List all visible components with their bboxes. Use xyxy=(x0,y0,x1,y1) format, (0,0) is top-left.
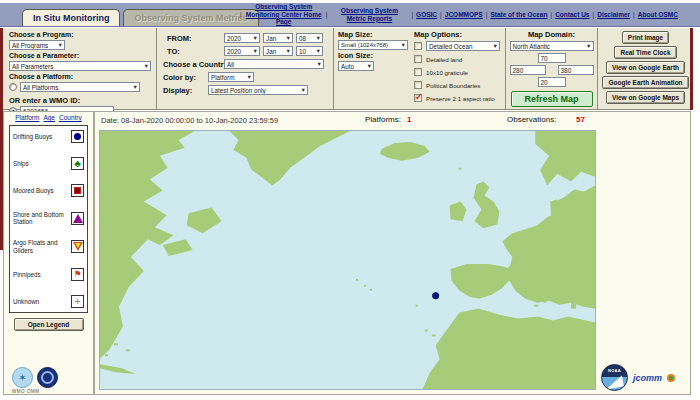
google-earth-animation-button[interactable]: Google Earth Animation xyxy=(602,76,688,89)
parameter-select[interactable]: All Parameters xyxy=(9,61,151,71)
platforms-label: Platforms: xyxy=(365,115,401,124)
north-lat-input[interactable]: 70 xyxy=(538,53,566,63)
link-state-of-the-ocean[interactable]: State of the Ocean xyxy=(490,11,547,18)
status-line: Date: 08-Jan-2020 00:00:00 to 10-Jan-202… xyxy=(95,115,690,127)
chevron-down-icon xyxy=(58,42,63,48)
print-image-button[interactable]: Print Image xyxy=(622,31,669,44)
to-year-select[interactable]: 2020 xyxy=(224,46,260,56)
icon-size-label: Icon Size: xyxy=(338,51,410,60)
link-separator xyxy=(240,11,242,18)
link-separator xyxy=(592,11,594,18)
sardinia xyxy=(571,301,576,309)
colorby-label: Color by: xyxy=(163,73,205,82)
program-select[interactable]: All Programs xyxy=(9,40,65,50)
link-separator xyxy=(326,11,328,18)
platform-radio[interactable] xyxy=(9,83,17,91)
jcomm-logo xyxy=(37,367,58,388)
map-canvas[interactable] xyxy=(99,130,596,390)
legend-link-platform[interactable]: Platform xyxy=(15,114,39,121)
aspect-ratio-label: Preserve 2:1 aspect ratio xyxy=(426,95,495,102)
east-lon-input[interactable]: 380 xyxy=(558,65,594,75)
top-links: Observing System Monitoring Center Home … xyxy=(240,3,696,26)
to-month-select[interactable]: Jan xyxy=(263,46,293,56)
map-domain-label: Map Domain: xyxy=(528,30,575,39)
observations-label: Observations: xyxy=(507,115,556,124)
detailed-ocean-select[interactable]: Detailed Ocean xyxy=(426,41,500,51)
azores xyxy=(370,289,372,291)
shore-station-triangle-up-icon xyxy=(71,212,84,225)
detailed-ocean-checkbox[interactable] xyxy=(414,42,422,50)
balearic-islands xyxy=(534,305,538,307)
corsica xyxy=(572,293,576,299)
platform-select[interactable]: All Platforms xyxy=(20,82,140,92)
link-disclaimer[interactable]: Disclaimer xyxy=(597,11,630,18)
to-day-select[interactable]: 10 xyxy=(296,46,323,56)
drifting-buoys-circle-icon xyxy=(71,130,84,143)
wmo-jcomm-logos xyxy=(12,367,58,388)
map-domain-section: Map Domain: North Atlantic 70 280 380 20… xyxy=(507,28,596,109)
graticule-checkbox[interactable] xyxy=(414,68,422,76)
platform-marker[interactable] xyxy=(432,293,438,299)
chevron-down-icon xyxy=(253,35,258,41)
section-divider xyxy=(156,28,157,109)
wmo-logo xyxy=(12,367,33,388)
wmo-id-label: OR enter a WMO ID: xyxy=(9,96,154,105)
chevron-down-icon xyxy=(133,84,138,90)
chevron-down-icon xyxy=(286,48,291,54)
real-time-clock-button[interactable]: Real Time Clock xyxy=(614,46,676,59)
moored-buoys-square-icon xyxy=(71,184,84,197)
jcomm-wordmark: jcomm xyxy=(633,373,662,383)
link-osmc-home[interactable]: Observing System Monitoring Center Home … xyxy=(245,3,323,25)
to-label: TO: xyxy=(163,47,221,56)
country-label: Choose a Country: xyxy=(163,60,221,69)
tab-strip: In Situ Monitoring Observing System Metr… xyxy=(22,9,259,26)
detailed-land-checkbox[interactable] xyxy=(414,55,422,63)
legend-sidebar: Platform Age Country Drifting Buoys Ship… xyxy=(3,111,94,395)
unknown-cross-icon xyxy=(71,295,84,308)
display-select[interactable]: Latest Position only xyxy=(208,85,308,95)
chevron-down-icon xyxy=(144,63,149,69)
link-contact-us[interactable]: Contact Us xyxy=(555,11,589,18)
south-lat-input[interactable]: 20 xyxy=(538,77,566,87)
legend-link-age[interactable]: Age xyxy=(43,114,55,121)
legend-item: Unknown xyxy=(13,295,84,308)
link-jcommops[interactable]: JCOMMOPS xyxy=(445,11,483,18)
wmo-caption: WMO·OMM xyxy=(12,389,40,394)
link-separator xyxy=(633,11,635,18)
link-separator xyxy=(411,11,413,18)
west-lon-input[interactable]: 280 xyxy=(510,65,546,75)
country-select[interactable]: All xyxy=(224,59,324,69)
icon-size-select[interactable]: Auto xyxy=(338,61,374,71)
link-about-osmc[interactable]: About OSMC xyxy=(638,11,678,18)
refresh-map-button[interactable]: Refresh Map xyxy=(511,91,593,107)
view-google-maps-button[interactable]: View on Google Maps xyxy=(606,91,685,104)
link-separator xyxy=(440,11,442,18)
link-gosic[interactable]: GOSIC xyxy=(416,11,437,18)
platforms-count: 1 xyxy=(407,115,411,124)
map-domain-select[interactable]: North Atlantic xyxy=(510,41,594,51)
chevron-down-icon xyxy=(247,74,252,80)
legend-link-country[interactable]: Country xyxy=(59,114,82,121)
view-google-earth-button[interactable]: View on Google Earth xyxy=(606,61,685,74)
chevron-down-icon xyxy=(286,35,291,41)
madeira xyxy=(416,305,418,307)
aspect-ratio-checkbox[interactable] xyxy=(414,94,422,102)
from-day-select[interactable]: 08 xyxy=(296,33,323,43)
from-year-select[interactable]: 2020 xyxy=(224,33,260,43)
from-month-select[interactable]: Jan xyxy=(263,33,293,43)
open-legend-button[interactable]: Open Legend xyxy=(14,318,84,331)
tab-in-situ-monitoring[interactable]: In Situ Monitoring xyxy=(22,9,120,26)
bahamas xyxy=(105,354,108,356)
ships-club-icon xyxy=(71,157,84,170)
tab-observing-system-metrics[interactable]: Observing System Metrics xyxy=(123,9,258,26)
bahamas xyxy=(126,349,130,351)
colorby-select[interactable]: Platform xyxy=(208,72,254,82)
political-boundaries-checkbox[interactable] xyxy=(414,81,422,89)
link-metric-reports[interactable]: Observing System Metric Reports xyxy=(330,7,408,22)
legend-item: Drifting Buoys xyxy=(13,130,84,143)
map-size-select[interactable]: Small (1024x768) xyxy=(338,40,408,50)
chevron-down-icon xyxy=(401,42,406,48)
chevron-down-icon xyxy=(367,63,372,69)
bahamas xyxy=(114,343,118,345)
legend-item: Shore and Bottom Station xyxy=(13,211,84,225)
